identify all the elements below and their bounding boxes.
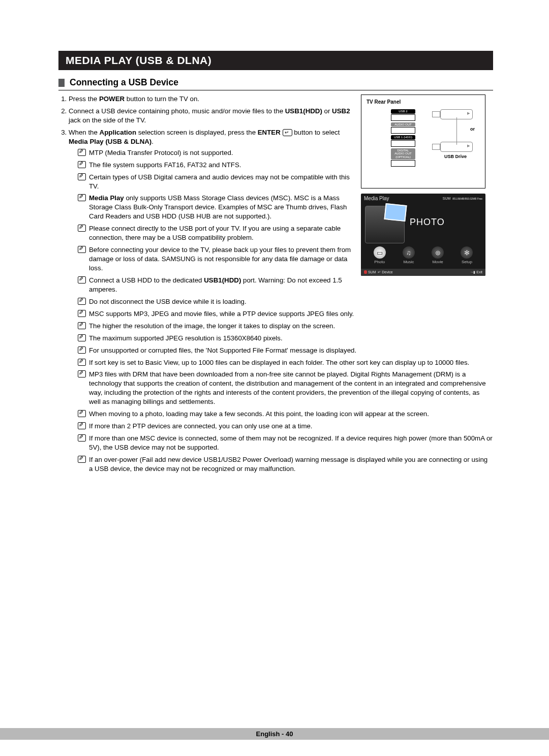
port-label-audio: AUDIO OUT	[391, 122, 415, 127]
note-item: Before connecting your device to the TV,…	[78, 245, 355, 273]
text: SUM	[443, 197, 451, 200]
step-3: When the Application selection screen is…	[69, 128, 355, 294]
mp-category-title: PHOTO	[410, 217, 445, 228]
note-item: The file system supports FAT16, FAT32 an…	[78, 161, 355, 170]
text: only supports USB Mass Storage Class dev…	[89, 194, 347, 220]
mp-tab-movie: ⊛Movie	[432, 246, 444, 264]
port-rect	[391, 160, 415, 167]
port-label-digital: DIGITAL AUDIO OUT (OPTICAL)	[391, 148, 415, 160]
section-title: Connecting a USB Device	[70, 77, 178, 88]
label: Music	[403, 260, 414, 264]
note-item: The higher the resolution of the image, …	[68, 322, 493, 331]
mp-tab-photo: ▭Photo	[374, 246, 386, 264]
text: Connect a USB device containing photo, m…	[69, 107, 285, 115]
note-item: Media Play only supports USB Mass Storag…	[78, 194, 355, 221]
text: SUM	[368, 270, 376, 274]
text: button to select	[292, 129, 340, 136]
chapter-title: MEDIA PLAY (USB & DLNA)	[58, 51, 493, 70]
note-item: When moving to a photo, loading may take…	[68, 410, 493, 419]
text-bold: POWER	[99, 95, 125, 103]
step-1: Press the POWER button to turn the TV on…	[69, 94, 355, 104]
usb-plug-icon	[440, 142, 473, 152]
photo-preview-icon	[365, 206, 405, 243]
section-heading: Connecting a USB Device	[58, 77, 493, 90]
note-item: Certain types of USB Digital camera and …	[78, 173, 355, 191]
page-footer: English - 40	[0, 728, 549, 740]
text-bold: Application	[100, 129, 136, 136]
diagram-title: TV Rear Panel	[367, 99, 480, 105]
port-label-usb2: USB 2	[391, 109, 415, 114]
note-item: For unsupported or corrupted files, the …	[68, 346, 493, 355]
text: jack on the side of the TV.	[69, 116, 146, 124]
note-item: MTP (Media Transfer Protocol) is not sup…	[78, 148, 355, 158]
port-rect	[391, 140, 415, 147]
text: selection screen is displayed, press the	[136, 129, 258, 136]
text-bold: USB2	[332, 107, 350, 115]
note-item: If more than 2 PTP devices are connected…	[68, 422, 493, 431]
text: Exit	[476, 270, 482, 274]
note-item: If an over-power (Fail add new device US…	[68, 455, 493, 474]
port-rect	[391, 127, 415, 134]
note-item: Please connect directly to the USB port …	[78, 224, 355, 242]
media-play-screenshot: Media Play SUM 851.86MB/993.02MB Free PH…	[361, 194, 485, 276]
usb-drive-label: USB Drive	[444, 154, 467, 159]
note-item: MP3 files with DRM that have been downlo…	[68, 370, 493, 406]
note-item: MSC supports MP3, JPEG and movie files, …	[68, 309, 493, 319]
mp-tab-music: ♫Music	[403, 246, 415, 264]
port-rect	[391, 114, 415, 121]
mp-storage: SUM 851.86MB/993.02MB Free	[443, 196, 482, 201]
note-item: If sort key is set to Basic View, up to …	[68, 358, 493, 367]
text-bold: ENTER	[258, 129, 281, 136]
step-2: Connect a USB device containing photo, m…	[69, 107, 355, 125]
text-bold: USB1(HDD)	[204, 276, 241, 284]
note-item: The maximum supported JPEG resolution is…	[68, 334, 493, 343]
text: When the	[69, 129, 100, 136]
text-bold: Media Play	[89, 194, 124, 202]
mp-footer: SUM ↵ Device →▮ Exit	[361, 269, 485, 276]
enter-icon: ↵	[283, 129, 292, 136]
text: Connect a USB HDD to the dedicated	[89, 276, 204, 284]
note-item: If more than one MSC device is connected…	[68, 434, 493, 452]
or-label: or	[470, 127, 475, 132]
note-item: Do not disconnect the USB device while i…	[68, 297, 493, 306]
section-marker	[58, 79, 65, 87]
text: Device	[382, 270, 392, 274]
text: button to turn the TV on.	[125, 95, 199, 103]
text: .	[151, 138, 154, 145]
text: or	[322, 107, 332, 115]
label: Photo	[374, 260, 385, 264]
label: Setup	[462, 260, 472, 264]
text: 851.86MB/993.02MB Free	[452, 197, 482, 200]
label: Movie	[432, 260, 443, 264]
mp-tab-setup: ✻Setup	[461, 246, 473, 264]
port-label-usb1: USB 1 (HDD)	[391, 135, 415, 140]
text-bold: USB1(HDD)	[285, 107, 322, 115]
rear-panel-diagram: TV Rear Panel USB 2 AUDIO OUT USB 1 (HDD…	[361, 94, 485, 188]
mp-title: Media Play	[364, 196, 389, 201]
text-bold: Media Play (USB & DLNA)	[69, 138, 151, 145]
connector-line	[456, 117, 457, 145]
text: Press the	[69, 95, 99, 103]
note-item: Connect a USB HDD to the dedicated USB1(…	[78, 276, 355, 294]
